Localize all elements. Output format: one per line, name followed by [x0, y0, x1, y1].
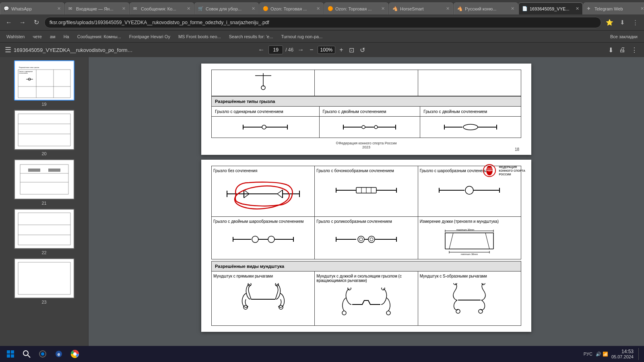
federation-text: ФЕДЕРАЦИЯКОННОГО СПОРТАРОССИИ — [499, 165, 525, 176]
extensions-icon[interactable]: ⭐ — [604, 17, 615, 28]
svg-text:minimum 30mm: minimum 30mm — [461, 253, 478, 255]
forward-button[interactable]: → — [17, 17, 28, 28]
federation-emblem — [483, 164, 497, 178]
tab-inbox[interactable]: ✉ Входящие — Ян... ✕ — [65, 2, 129, 14]
tab-close-5[interactable]: ✕ — [316, 6, 320, 11]
thumb-num-19: 19 — [41, 102, 46, 107]
tab-close-2[interactable]: ✕ — [122, 6, 126, 11]
bookmark-msfront[interactable]: MS Front boots neo... — [175, 32, 224, 41]
pdf-page-19: ФЕДЕРАЦИЯКОННОГО СПОРТАРОССИИ Грызло без… — [201, 160, 531, 332]
bookmark-am[interactable]: ам — [47, 32, 59, 41]
svg-rect-128 — [7, 350, 10, 354]
chrome-taskbar[interactable] — [68, 347, 82, 361]
tab-russian[interactable]: 🐴 Русский коню... ✕ — [454, 2, 518, 14]
svg-text:maximum 30mm: maximum 30mm — [456, 228, 474, 231]
s-shank-curb — [441, 283, 497, 315]
thumbnail-21[interactable]: 21 — [3, 159, 85, 206]
address-input[interactable] — [44, 17, 601, 28]
tab-close-6[interactable]: ✕ — [381, 6, 385, 11]
bookmark-soobsh[interactable]: Сообщения: Комны... — [74, 32, 124, 41]
tab-ozon1[interactable]: 🟠 Ozon: Торговая ... ✕ — [259, 2, 324, 14]
cortana-button[interactable] — [35, 347, 50, 361]
page-number-input[interactable] — [268, 45, 283, 54]
tab-close-7[interactable]: ✕ — [446, 6, 450, 11]
rotate-button[interactable]: ↺ — [358, 45, 367, 55]
back-button[interactable]: ← — [3, 17, 14, 28]
svg-point-55 — [463, 124, 478, 130]
zoom-out-button[interactable]: − — [308, 45, 315, 54]
curb1-label: Мундштук с прямыми рычагами — [213, 274, 313, 278]
svg-point-96 — [359, 238, 363, 241]
svg-rect-25 — [48, 169, 60, 172]
sidebar-toggle[interactable]: ☰ — [5, 45, 11, 54]
thumb-num-21: 21 — [41, 201, 46, 206]
taskbar-left: e — [3, 347, 82, 361]
svg-rect-24 — [28, 169, 40, 172]
tab-close-3[interactable]: ✕ — [187, 6, 190, 11]
svg-rect-130 — [7, 354, 10, 358]
tab-ozon2[interactable]: 🟠 Ozon: Торговая ... ✕ — [324, 2, 388, 14]
search-taskbar[interactable] — [19, 347, 34, 361]
bookmark-frontpage[interactable]: Frontpage Hevari Oy — [126, 32, 173, 41]
pdf-print-button[interactable]: 🖨 — [617, 45, 627, 55]
prev-page-button[interactable]: ← — [256, 45, 266, 54]
thumb-box-23[interactable] — [14, 258, 74, 298]
straight-curb — [235, 283, 291, 315]
thumb-num-22: 22 — [41, 250, 46, 255]
thumb-box-19[interactable]: Разрешённые типы грызла Грызло с одинарн… — [14, 60, 74, 101]
main-area: Разрешённые типы грызла Грызло с одинарн… — [0, 57, 644, 346]
svg-line-133 — [28, 355, 30, 358]
settings-icon[interactable]: ⋮ — [630, 17, 641, 28]
tab-pdf-active[interactable]: 📄 1693645059_VYE... ✕ — [518, 2, 583, 14]
pdf-viewer[interactable]: Разрешённые типы грызла Грызло с одинарн… — [89, 57, 644, 346]
thumb-box-21[interactable] — [14, 159, 74, 200]
tab-horsesmart[interactable]: 🐴 HorseSmart ✕ — [389, 2, 453, 14]
pdf-more-button[interactable]: ⋮ — [630, 45, 639, 55]
svg-point-88 — [252, 236, 258, 243]
thumb-num-23: 23 — [41, 300, 46, 304]
all-bookmarks[interactable]: Все закладки — [607, 32, 641, 41]
svg-point-43 — [262, 125, 266, 129]
next-page-button[interactable]: → — [296, 45, 305, 54]
pdf-download-button[interactable]: ⬇ — [607, 45, 615, 55]
show-desktop-button[interactable] — [638, 348, 641, 360]
fit-page-button[interactable]: ⊡ — [347, 45, 356, 55]
refresh-button[interactable]: ↻ — [31, 17, 42, 28]
bookmark-wahlsten[interactable]: Wahlsten — [3, 32, 28, 41]
thumbnail-23[interactable]: 23 — [3, 258, 85, 304]
thumb-box-22[interactable] — [14, 209, 74, 249]
tab-close-10[interactable]: ✕ — [640, 6, 644, 11]
address-bar-area: ← → ↻ ⭐ ⬇ ⋮ — [0, 14, 644, 31]
tab-sovok[interactable]: 🛒 Совок для убор... ✕ — [194, 2, 259, 14]
thumb-num-20: 20 — [41, 151, 46, 156]
bookmark-turnout[interactable]: Turnout rug non-pa... — [278, 32, 326, 41]
ie-taskbar[interactable]: e — [52, 347, 66, 361]
tab-telegram[interactable]: ✈ Telegram Web ✕ — [583, 2, 644, 14]
tab-close-whatsapp[interactable]: ✕ — [57, 6, 61, 11]
pdf-right-icons: ⬇ 🖨 ⋮ — [607, 45, 639, 55]
tab-close-8[interactable]: ✕ — [511, 6, 514, 11]
tab-messages[interactable]: ✉ Сообщения: Ко... ✕ — [130, 2, 194, 14]
bookmark-search[interactable]: Search results for: 'e... — [226, 32, 277, 41]
bit-col1-label: Грызло с одинарным сочленением — [212, 107, 320, 117]
download-icon[interactable]: ⬇ — [617, 17, 628, 28]
thumbnail-19[interactable]: Разрешённые типы грызла Грызло с одинарн… — [3, 60, 85, 107]
thumbnail-22[interactable]: 22 — [3, 209, 85, 255]
double-ball-joint-bit — [231, 229, 295, 249]
svg-point-90 — [268, 236, 275, 243]
clock-time: 14:53 — [611, 349, 634, 354]
barrel-joint-label: Грызло с бочонкообразным сочленением — [316, 169, 416, 173]
tray-icons: 🔊 📶 — [596, 352, 608, 357]
thumbnail-20[interactable]: 20 — [3, 110, 85, 156]
tab-whatsapp[interactable]: 💬 WhatsApp ✕ — [0, 2, 64, 14]
svg-rect-13 — [16, 112, 72, 148]
tab-close-9[interactable]: ✕ — [576, 6, 579, 11]
tab-close-4[interactable]: ✕ — [252, 6, 255, 11]
zoom-in-button[interactable]: + — [338, 45, 345, 54]
start-button[interactable] — [3, 347, 18, 361]
svg-line-65 — [244, 194, 249, 198]
bookmark-na[interactable]: На — [60, 32, 72, 41]
svg-rect-129 — [11, 350, 14, 354]
thumb-box-20[interactable] — [14, 110, 74, 150]
bookmark-chete[interactable]: чете — [29, 32, 45, 41]
